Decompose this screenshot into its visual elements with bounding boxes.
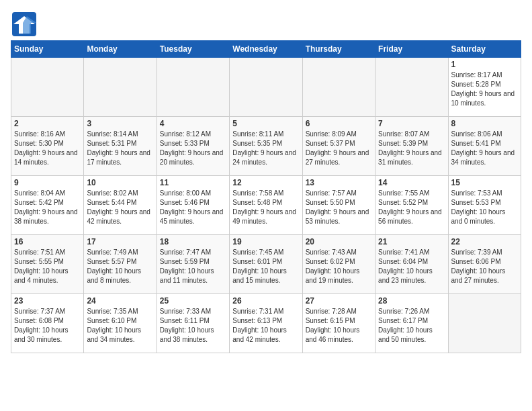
calendar-cell	[230, 58, 302, 117]
day-number: 7	[378, 119, 445, 128]
day-number: 25	[160, 296, 226, 306]
day-info: Sunrise: 7:53 AM Sunset: 5:53 PM Dayligh…	[451, 189, 518, 226]
calendar-cell: 26Sunrise: 7:31 AM Sunset: 6:13 PM Dayli…	[230, 294, 302, 353]
day-info: Sunrise: 7:45 AM Sunset: 6:01 PM Dayligh…	[232, 248, 299, 285]
day-number: 2	[14, 119, 81, 128]
calendar-week-1: 1Sunrise: 8:17 AM Sunset: 5:28 PM Daylig…	[11, 58, 521, 117]
day-info: Sunrise: 8:12 AM Sunset: 5:33 PM Dayligh…	[160, 130, 226, 167]
day-info: Sunrise: 7:28 AM Sunset: 6:15 PM Dayligh…	[306, 307, 372, 345]
calendar-cell: 16Sunrise: 7:51 AM Sunset: 5:55 PM Dayli…	[11, 235, 84, 294]
weekday-header-friday: Friday	[375, 41, 448, 58]
weekday-header-tuesday: Tuesday	[157, 41, 229, 58]
day-number: 18	[160, 237, 226, 246]
day-info: Sunrise: 7:55 AM Sunset: 5:52 PM Dayligh…	[378, 189, 445, 226]
day-number: 11	[160, 178, 226, 187]
day-number: 22	[451, 237, 518, 246]
calendar-cell	[11, 58, 84, 117]
calendar-cell: 8Sunrise: 8:06 AM Sunset: 5:41 PM Daylig…	[448, 117, 521, 176]
calendar-cell	[84, 58, 157, 117]
day-info: Sunrise: 7:31 AM Sunset: 6:13 PM Dayligh…	[232, 307, 299, 345]
calendar-cell: 5Sunrise: 8:11 AM Sunset: 5:35 PM Daylig…	[230, 117, 302, 176]
day-info: Sunrise: 8:04 AM Sunset: 5:42 PM Dayligh…	[14, 189, 81, 226]
calendar-week-3: 9Sunrise: 8:04 AM Sunset: 5:42 PM Daylig…	[11, 176, 521, 235]
calendar-cell: 11Sunrise: 8:00 AM Sunset: 5:46 PM Dayli…	[157, 176, 229, 235]
day-number: 26	[232, 296, 299, 306]
day-info: Sunrise: 8:09 AM Sunset: 5:37 PM Dayligh…	[306, 130, 372, 167]
calendar-cell: 6Sunrise: 8:09 AM Sunset: 5:37 PM Daylig…	[302, 117, 375, 176]
calendar-cell: 20Sunrise: 7:43 AM Sunset: 6:02 PM Dayli…	[302, 235, 375, 294]
day-number: 13	[306, 178, 372, 187]
day-number: 28	[378, 296, 445, 306]
day-number: 19	[232, 237, 299, 246]
day-number: 6	[306, 119, 372, 128]
calendar-cell: 4Sunrise: 8:12 AM Sunset: 5:33 PM Daylig…	[157, 117, 229, 176]
day-number: 3	[87, 119, 153, 128]
day-number: 17	[87, 237, 153, 246]
day-info: Sunrise: 8:14 AM Sunset: 5:31 PM Dayligh…	[87, 130, 153, 167]
calendar-cell: 25Sunrise: 7:33 AM Sunset: 6:11 PM Dayli…	[157, 294, 229, 353]
day-number: 15	[451, 178, 518, 187]
day-number: 4	[160, 119, 226, 128]
calendar-cell: 3Sunrise: 8:14 AM Sunset: 5:31 PM Daylig…	[84, 117, 157, 176]
calendar: SundayMondayTuesdayWednesdayThursdayFrid…	[11, 40, 521, 353]
calendar-cell	[157, 58, 229, 117]
day-info: Sunrise: 7:37 AM Sunset: 6:08 PM Dayligh…	[14, 307, 81, 345]
calendar-cell: 13Sunrise: 7:57 AM Sunset: 5:50 PM Dayli…	[302, 176, 375, 235]
calendar-cell: 14Sunrise: 7:55 AM Sunset: 5:52 PM Dayli…	[375, 176, 448, 235]
calendar-cell: 28Sunrise: 7:26 AM Sunset: 6:17 PM Dayli…	[375, 294, 448, 353]
weekday-header-sunday: Sunday	[11, 41, 84, 58]
calendar-cell: 1Sunrise: 8:17 AM Sunset: 5:28 PM Daylig…	[448, 58, 521, 117]
calendar-cell: 12Sunrise: 7:58 AM Sunset: 5:48 PM Dayli…	[230, 176, 302, 235]
weekday-header-wednesday: Wednesday	[230, 41, 302, 58]
day-info: Sunrise: 8:07 AM Sunset: 5:39 PM Dayligh…	[378, 130, 445, 167]
day-number: 12	[232, 178, 299, 187]
day-number: 23	[14, 296, 81, 306]
day-number: 14	[378, 178, 445, 187]
calendar-cell: 19Sunrise: 7:45 AM Sunset: 6:01 PM Dayli…	[230, 235, 302, 294]
day-info: Sunrise: 7:41 AM Sunset: 6:04 PM Dayligh…	[378, 248, 445, 285]
day-info: Sunrise: 7:58 AM Sunset: 5:48 PM Dayligh…	[232, 189, 299, 226]
day-number: 24	[87, 296, 153, 306]
weekday-header-monday: Monday	[84, 41, 157, 58]
weekday-header-saturday: Saturday	[448, 41, 521, 58]
weekday-header-thursday: Thursday	[302, 41, 375, 58]
day-info: Sunrise: 7:33 AM Sunset: 6:11 PM Dayligh…	[160, 307, 226, 345]
calendar-week-5: 23Sunrise: 7:37 AM Sunset: 6:08 PM Dayli…	[11, 294, 521, 353]
calendar-cell: 9Sunrise: 8:04 AM Sunset: 5:42 PM Daylig…	[11, 176, 84, 235]
calendar-cell: 22Sunrise: 7:39 AM Sunset: 6:06 PM Dayli…	[448, 235, 521, 294]
day-number: 27	[306, 296, 372, 306]
calendar-cell: 27Sunrise: 7:28 AM Sunset: 6:15 PM Dayli…	[302, 294, 375, 353]
day-number: 20	[306, 237, 372, 246]
day-info: Sunrise: 7:35 AM Sunset: 6:10 PM Dayligh…	[87, 307, 153, 345]
day-number: 16	[14, 237, 81, 246]
day-number: 9	[14, 178, 81, 187]
calendar-cell: 17Sunrise: 7:49 AM Sunset: 5:57 PM Dayli…	[84, 235, 157, 294]
day-info: Sunrise: 8:16 AM Sunset: 5:30 PM Dayligh…	[14, 130, 81, 167]
calendar-cell: 24Sunrise: 7:35 AM Sunset: 6:10 PM Dayli…	[84, 294, 157, 353]
day-info: Sunrise: 7:51 AM Sunset: 5:55 PM Dayligh…	[14, 248, 81, 285]
day-number: 10	[87, 178, 153, 187]
day-info: Sunrise: 7:43 AM Sunset: 6:02 PM Dayligh…	[306, 248, 372, 285]
calendar-cell: 7Sunrise: 8:07 AM Sunset: 5:39 PM Daylig…	[375, 117, 448, 176]
day-info: Sunrise: 7:47 AM Sunset: 5:59 PM Dayligh…	[160, 248, 226, 285]
calendar-cell: 10Sunrise: 8:02 AM Sunset: 5:44 PM Dayli…	[84, 176, 157, 235]
day-info: Sunrise: 8:11 AM Sunset: 5:35 PM Dayligh…	[232, 130, 299, 167]
day-info: Sunrise: 7:49 AM Sunset: 5:57 PM Dayligh…	[87, 248, 153, 285]
calendar-cell: 15Sunrise: 7:53 AM Sunset: 5:53 PM Dayli…	[448, 176, 521, 235]
day-number: 1	[451, 60, 518, 69]
logo-icon	[11, 11, 38, 38]
calendar-cell	[302, 58, 375, 117]
calendar-week-4: 16Sunrise: 7:51 AM Sunset: 5:55 PM Dayli…	[11, 235, 521, 294]
calendar-header-row: SundayMondayTuesdayWednesdayThursdayFrid…	[11, 41, 521, 58]
calendar-cell: 2Sunrise: 8:16 AM Sunset: 5:30 PM Daylig…	[11, 117, 84, 176]
day-number: 8	[451, 119, 518, 128]
calendar-cell	[448, 294, 521, 353]
day-info: Sunrise: 7:26 AM Sunset: 6:17 PM Dayligh…	[378, 307, 445, 345]
page-header	[11, 11, 521, 38]
day-info: Sunrise: 8:00 AM Sunset: 5:46 PM Dayligh…	[160, 189, 226, 226]
logo	[11, 11, 39, 38]
day-info: Sunrise: 8:02 AM Sunset: 5:44 PM Dayligh…	[87, 189, 153, 226]
day-number: 21	[378, 237, 445, 246]
day-info: Sunrise: 7:57 AM Sunset: 5:50 PM Dayligh…	[306, 189, 372, 226]
day-info: Sunrise: 8:06 AM Sunset: 5:41 PM Dayligh…	[451, 130, 518, 167]
